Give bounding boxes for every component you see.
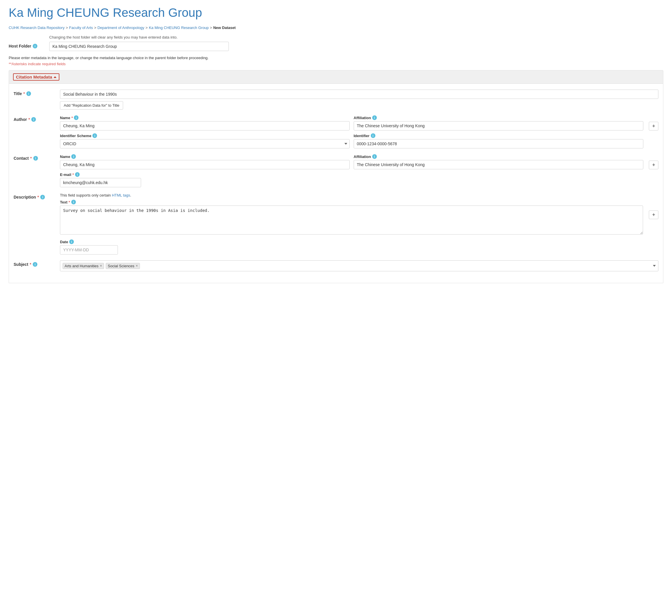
subject-row: Subject * i Arts and Humanities × Social… <box>14 260 658 271</box>
host-folder-section: Host Folder i Changing the host folder w… <box>9 35 663 51</box>
contact-email-field: E-mail * i <box>60 172 141 187</box>
title-required-star: * <box>23 91 25 96</box>
host-folder-content: Changing the host folder will clear any … <box>49 35 663 51</box>
description-html-note: This field supports only certain HTML ta… <box>60 193 643 197</box>
title-label: Title * i <box>14 90 54 96</box>
author-name-field: Name * i <box>60 115 350 130</box>
subject-dropdown-arrow-icon <box>653 265 656 267</box>
author-identifier-scheme-info-icon[interactable]: i <box>92 133 97 138</box>
author-row: Author * i Name * i Affiliation i <box>14 115 658 148</box>
author-identifier-field: Identifier i <box>354 133 643 148</box>
subject-tag-social-label: Social Sciences <box>108 264 134 268</box>
add-contact-button[interactable]: + <box>649 161 658 169</box>
description-label: Description * i <box>14 193 54 199</box>
page-title: Ka Ming CHEUNG Research Group <box>9 6 663 20</box>
subject-info-icon[interactable]: i <box>33 262 37 267</box>
author-label: Author * i <box>14 115 54 122</box>
subject-required-star: * <box>30 262 31 267</box>
breadcrumb-link-group[interactable]: Ka Ming CHEUNG Research Group <box>149 25 209 30</box>
contact-name-label: Name i <box>60 154 350 159</box>
author-affiliation-input[interactable] <box>354 121 643 130</box>
citation-metadata-label[interactable]: Citation Metadata <box>13 73 59 81</box>
contact-label: Contact * i <box>14 154 54 161</box>
host-folder-input[interactable] <box>49 42 229 51</box>
metadata-language-note: Please enter metadata in the language, o… <box>9 56 663 60</box>
contact-affiliation-label: Affiliation i <box>354 154 643 159</box>
remove-arts-tag-button[interactable]: × <box>100 264 102 268</box>
breadcrumb-sep-1: > <box>66 25 68 30</box>
add-description-button[interactable]: + <box>649 210 658 219</box>
required-fields-note: **Asterisks indicate required fields <box>9 62 663 66</box>
author-affiliation-field: Affiliation i <box>354 115 643 130</box>
contact-fields: Name i Affiliation i E-mail <box>60 154 643 187</box>
description-row: Description * i This field supports only… <box>14 193 658 254</box>
host-folder-label: Host Folder i <box>9 35 43 48</box>
description-text-label: Text * i <box>60 200 76 204</box>
author-name-label: Name * i <box>60 115 350 120</box>
description-info-icon[interactable]: i <box>40 195 45 199</box>
host-folder-note: Changing the host folder will clear any … <box>49 35 663 39</box>
breadcrumb-sep-2: > <box>94 25 96 30</box>
contact-email-label: E-mail * i <box>60 172 141 177</box>
contact-required-star: * <box>30 156 32 161</box>
author-identifier-scheme-label: Identifier Scheme i <box>60 133 350 138</box>
subject-label: Subject * i <box>14 260 54 267</box>
description-date-section: Date i <box>60 239 643 254</box>
author-identifier-input[interactable] <box>354 139 643 148</box>
author-name-input[interactable] <box>60 121 350 130</box>
citation-metadata-text: Citation Metadata <box>16 74 52 79</box>
description-text-label-row: Text * i <box>60 200 643 204</box>
breadcrumb-link-faculty[interactable]: Faculty of Arts <box>69 25 93 30</box>
description-date-label: Date i <box>60 239 643 244</box>
contact-info-icon[interactable]: i <box>33 156 38 161</box>
contact-email-input[interactable] <box>60 178 141 187</box>
description-date-info-icon[interactable]: i <box>69 239 74 244</box>
subject-field[interactable]: Arts and Humanities × Social Sciences × <box>60 260 658 271</box>
title-info-icon[interactable]: i <box>26 91 31 96</box>
contact-name-info-icon[interactable]: i <box>71 154 76 159</box>
author-identifier-scheme-select[interactable]: ORCID ISNI LCNA VIAF <box>60 139 350 148</box>
author-fields: Name * i Affiliation i I <box>60 115 643 148</box>
subject-content: Arts and Humanities × Social Sciences × <box>60 260 658 271</box>
contact-email-info-icon[interactable]: i <box>75 172 80 177</box>
description-required-star: * <box>37 195 39 199</box>
author-required-star: * <box>28 117 30 122</box>
subject-tag-arts-label: Arts and Humanities <box>65 264 98 268</box>
breadcrumb-current: New Dataset <box>213 25 235 30</box>
host-folder-info-icon[interactable]: i <box>33 44 37 48</box>
author-affiliation-info-icon[interactable]: i <box>372 115 377 120</box>
breadcrumb-link-dept[interactable]: Department of Anthropology <box>97 25 144 30</box>
html-tags-link[interactable]: HTML tags <box>112 193 130 197</box>
author-info-icon[interactable]: i <box>31 117 36 122</box>
citation-metadata-header[interactable]: Citation Metadata <box>9 70 663 84</box>
contact-affiliation-field: Affiliation i <box>354 154 643 169</box>
contact-email-row: E-mail * i <box>60 172 643 187</box>
contact-affiliation-input[interactable] <box>354 160 643 169</box>
add-author-button[interactable]: + <box>649 122 658 130</box>
title-row: Title * i Add "Replication Data for" to … <box>14 90 658 110</box>
description-date-input[interactable] <box>60 245 118 254</box>
citation-chevron-up-icon <box>54 76 56 78</box>
author-identifier-label: Identifier i <box>354 133 643 138</box>
title-content: Add "Replication Data for" to Title <box>60 90 658 110</box>
contact-email-required: * <box>72 172 74 177</box>
description-text-required: * <box>69 200 70 204</box>
remove-social-tag-button[interactable]: × <box>136 264 138 268</box>
replication-button[interactable]: Add "Replication Data for" to Title <box>60 101 123 110</box>
breadcrumb-link-cuhk[interactable]: CUHK Research Data Repository <box>9 25 65 30</box>
description-textarea[interactable]: Survey on social <span class="behaviour-… <box>60 205 643 234</box>
author-name-required: * <box>71 116 73 120</box>
contact-name-field: Name i <box>60 154 350 169</box>
author-name-info-icon[interactable]: i <box>74 115 78 120</box>
description-content: This field supports only certain HTML ta… <box>60 193 643 254</box>
author-affiliation-label: Affiliation i <box>354 115 643 120</box>
title-input[interactable] <box>60 90 658 99</box>
description-text-info-icon[interactable]: i <box>71 200 76 204</box>
subject-tag-arts: Arts and Humanities × <box>63 263 104 269</box>
contact-affiliation-info-icon[interactable]: i <box>372 154 377 159</box>
breadcrumb-sep-4: > <box>210 25 212 30</box>
contact-name-input[interactable] <box>60 160 350 169</box>
author-identifier-scheme-wrapper: ORCID ISNI LCNA VIAF <box>60 139 350 148</box>
author-identifier-info-icon[interactable]: i <box>371 133 375 138</box>
citation-form-section: Title * i Add "Replication Data for" to … <box>9 84 663 283</box>
